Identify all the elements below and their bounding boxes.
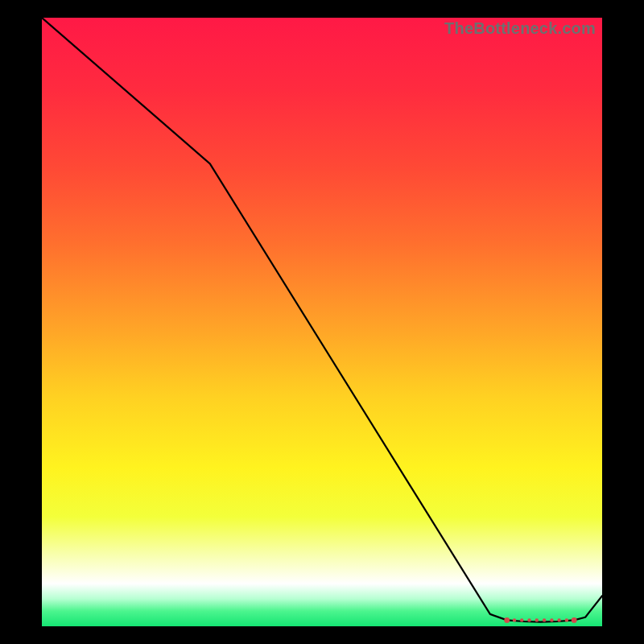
- marker-dot: [557, 618, 560, 621]
- marker-dot: [535, 618, 539, 621]
- plot-area: TheBottleneck.com: [42, 18, 602, 626]
- chart-canvas: [42, 18, 602, 626]
- marker-dot: [527, 618, 530, 621]
- marker-dot: [550, 618, 553, 621]
- marker-dot: [565, 618, 568, 621]
- gradient-background: [42, 18, 602, 626]
- watermark-label: TheBottleneck.com: [444, 19, 596, 38]
- chart-frame: TheBottleneck.com: [0, 0, 644, 644]
- marker-dot: [504, 617, 510, 623]
- marker-dot: [520, 618, 523, 621]
- marker-dot: [543, 618, 546, 621]
- marker-dot: [572, 617, 577, 623]
- marker-dot: [513, 618, 516, 621]
